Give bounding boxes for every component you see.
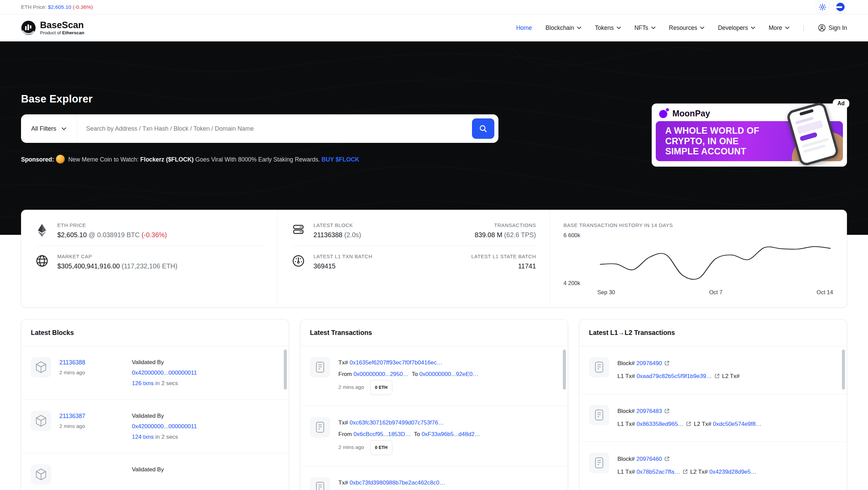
server-icon [291, 222, 305, 239]
block-row: 21136388 2 mins ago Validated By 0x42000… [21, 346, 289, 399]
external-link-icon[interactable] [664, 408, 670, 414]
transactions-value[interactable]: 839.08 M (62.6 TPS) [475, 231, 536, 239]
latest-transactions-list: Tx# 0x1635ef6207ff93ec7f0f7b0416ec… From… [300, 346, 568, 490]
sign-in-button[interactable]: Sign In [818, 24, 847, 32]
chart-line [597, 237, 833, 283]
ad-banner[interactable]: Ad MoonPay A WHOLE WORLD OF CRYPTO, IN O… [652, 103, 847, 167]
eth-price-stat-value[interactable]: $2,605.10 @ 0.038919 BTC (-0.36%) [57, 231, 167, 239]
l1l2-block-link[interactable]: 20976483 [636, 408, 662, 414]
flock-coin-icon [56, 155, 65, 164]
stats-col-network: LATEST BLOCK 21136388 (2.0s) TRANSACTION… [277, 210, 550, 307]
x-tick-2: Oct 14 [816, 289, 833, 296]
from-address-link[interactable]: 0x00000000...2950… [353, 371, 409, 377]
nav-item-tokens[interactable]: Tokens [595, 24, 620, 32]
globe-icon [35, 253, 49, 270]
tx-label: Tx# [338, 419, 348, 426]
l1-tx-link[interactable]: 0x78b52ac7ffa… [636, 469, 680, 475]
scrollbar-thumb[interactable] [842, 350, 845, 390]
search-filters-dropdown[interactable]: All Filters [21, 114, 77, 143]
l1-state-batch-value[interactable]: 11741 [471, 262, 536, 270]
moonpay-brand-name: MoonPay [672, 109, 710, 118]
external-link-icon[interactable] [664, 456, 670, 461]
from-address-link[interactable]: 0x6cBccf95...1853D… [353, 431, 411, 437]
nav-item-developers[interactable]: Developers [718, 24, 755, 32]
l1-txn-batch-value[interactable]: 369415 [314, 262, 372, 270]
market-cap-stat-value[interactable]: $305,400,941,916.00 (117,232,106 ETH) [57, 262, 177, 270]
eth-price-stat-label: ETH PRICE [57, 222, 167, 228]
hero-section: Base Explorer All Filters Sponsored:New … [0, 41, 868, 235]
base-network-icon [836, 3, 845, 11]
scrollbar-thumb[interactable] [284, 350, 287, 390]
ethereum-icon [35, 222, 49, 239]
block-txn-time: in 2 secs [155, 380, 178, 387]
l2-tx-link[interactable]: 0x4239d28d9e5… [709, 469, 756, 475]
l2-tx-label: L2 Tx# [690, 469, 708, 475]
search-input[interactable] [77, 114, 472, 143]
l2-tx-link[interactable]: 0xdc50e574e9f8… [713, 421, 762, 427]
tx-history-chart: 6 600k 4 200k Sep 30 Oct 7 Oct 14 [564, 231, 833, 296]
nav-divider: | [803, 24, 805, 32]
block-txns-link[interactable]: 126 txns [132, 380, 154, 387]
l1l2-row: Block# 20976490 L1 Tx# 0xaad79c82b5c5f9f… [579, 346, 847, 394]
y-tick-min: 4 200k [564, 280, 597, 286]
cube-icon [31, 357, 51, 377]
search-button[interactable] [472, 118, 494, 139]
external-link-icon[interactable] [664, 360, 670, 366]
sun-icon [819, 3, 826, 11]
top-bar: ETH Price: $2,605.10 (-0.36%) [0, 0, 868, 14]
validator-link[interactable]: 0x42000000...000000011 [132, 370, 197, 376]
l1l2-block-link[interactable]: 20976460 [636, 456, 662, 462]
external-link-icon[interactable] [714, 373, 720, 379]
scrollbar-thumb[interactable] [563, 350, 566, 390]
block-number-link[interactable]: 21136388 [59, 359, 124, 366]
external-link-icon[interactable] [683, 469, 688, 474]
nav-item-blockchain[interactable]: Blockchain [546, 24, 581, 32]
eth-price-value[interactable]: $2,605.10 [48, 4, 71, 10]
sponsored-text-pre: New Meme Coin to Watch: [68, 156, 140, 163]
brand[interactable]: BaseScan Product of Etherscan [21, 20, 84, 35]
latest-blocks-list: 21136388 2 mins ago Validated By 0x42000… [21, 346, 289, 490]
sponsored-label: Sponsored: [21, 156, 54, 163]
nav-item-nfts[interactable]: NFTs [634, 24, 655, 32]
tx-hash-link[interactable]: 0x1635ef6207ff93ec7f0f7b0416ec… [350, 359, 442, 366]
stats-section: ETH PRICE $2,605.10 @ 0.038919 BTC (-0.3… [0, 210, 868, 307]
latest-block-stat: LATEST BLOCK 21136388 (2.0s) TRANSACTION… [291, 222, 536, 239]
tx-hash-link[interactable]: 0xbc73fd3980988b7be2ac462c8c0… [350, 479, 445, 486]
main-nav: BaseScan Product of Etherscan Home Block… [0, 14, 868, 41]
validator-link[interactable]: 0x42000000...000000011 [132, 423, 197, 430]
nav-item-resources[interactable]: Resources [669, 24, 705, 32]
from-label: From [338, 431, 352, 437]
transaction-row: Tx# 0xbc73fd3980988b7be2ac462c8c0… [300, 466, 568, 490]
l1l2-row: Block# 20976483 L1 Tx# 0x863358ed965…L2 … [579, 394, 847, 441]
eth-price-ticker: ETH Price: $2,605.10 (-0.36%) [21, 4, 93, 10]
cube-icon [31, 411, 51, 431]
l2-tx-label: L2 Tx# [694, 421, 711, 427]
l1-tx-link[interactable]: 0xaad79c82b5c5f9f1b9e39… [636, 373, 712, 379]
block-txns-link[interactable]: 124 txns [132, 434, 154, 440]
block-number-link[interactable]: 21136387 [59, 413, 124, 420]
external-link-icon[interactable] [686, 421, 691, 427]
sponsored-cta-link[interactable]: BUY $FLOCK [321, 156, 359, 163]
sponsored-text-post: Goes Viral With 8000% Early Staking Rewa… [194, 156, 321, 163]
l1l2-block-link[interactable]: 20976490 [636, 360, 662, 366]
chevron-down-icon [577, 26, 581, 29]
theme-toggle-button[interactable] [816, 1, 829, 13]
nav-item-more[interactable]: More [769, 24, 789, 32]
to-address-link[interactable]: 0xF33a96b5...d48d2… [421, 431, 480, 437]
network-switcher-button[interactable] [833, 1, 847, 13]
eth-price-label: ETH Price: [21, 4, 46, 10]
tx-hash-link[interactable]: 0xc63fc307162b97499d07c753f76… [350, 419, 444, 426]
from-label: From [338, 371, 352, 377]
to-address-link[interactable]: 0x00000000...92eE0… [419, 371, 478, 377]
search-icon [479, 124, 488, 133]
latest-activity-cards: Latest Blocks 21136388 2 mins ago Valida… [21, 319, 847, 490]
l1-tx-label: L1 Tx# [617, 469, 635, 475]
l1-tx-link[interactable]: 0x863358ed965… [636, 421, 684, 427]
to-label: To [414, 431, 420, 437]
latest-block-value[interactable]: 21136388 (2.0s) [314, 231, 361, 239]
stats-card: ETH PRICE $2,605.10 @ 0.038919 BTC (-0.3… [21, 210, 847, 307]
chevron-down-icon [700, 26, 704, 29]
nav-menu: Home Blockchain Tokens NFTs Resources De… [516, 24, 847, 32]
nav-item-home[interactable]: Home [516, 24, 532, 32]
l1-tx-label: L1 Tx# [617, 421, 635, 427]
